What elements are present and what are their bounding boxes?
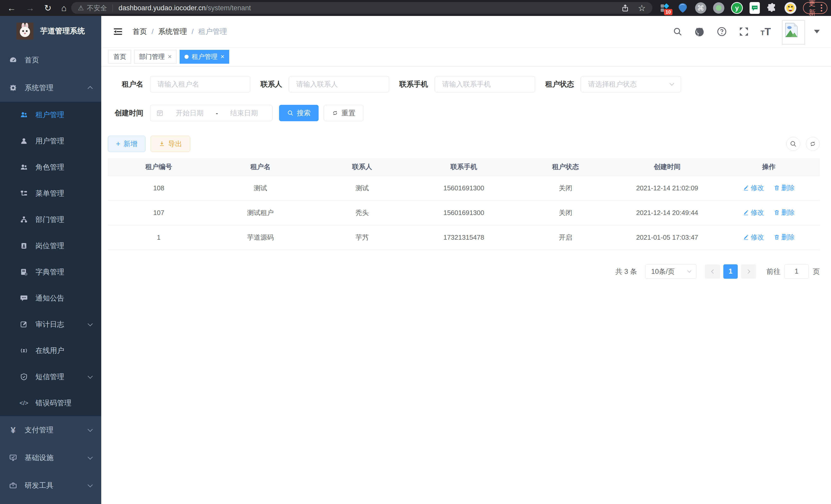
filter-label: 联系人 [261,79,282,89]
page-size-value: 10条/页 [651,267,675,276]
search-icon [790,140,797,147]
date-range-picker[interactable]: 开始日期 - 结束日期 [150,105,273,121]
sidebar-item-system[interactable]: 系统管理 [0,74,101,102]
tab-label: 部门管理 [139,52,165,61]
filter-row-2: 创建时间 开始日期 - 结束日期 搜索 重置 [108,105,820,121]
sidebar-item-error-code[interactable]: </> 错误码管理 [0,390,101,416]
back-icon[interactable]: ← [7,4,16,12]
bookmark-star-icon[interactable]: ☆ [638,4,646,12]
prev-page-button[interactable] [705,264,720,279]
filter-label: 租户名 [108,79,143,89]
sidebar-item-sms[interactable]: 短信管理 [0,364,101,390]
delete-button[interactable]: 删除 [774,183,795,192]
browser-update-button[interactable]: 更新 [803,2,827,14]
system-submenu: 租户管理 用户管理 角色管理 菜单管理 部门管理 岗位管理 [0,102,101,416]
briefcase-icon [9,481,18,490]
table-tools [786,137,820,151]
breadcrumb-home[interactable]: 首页 [133,27,147,36]
tab-dept[interactable]: 部门管理× [134,50,176,64]
breadcrumb-system[interactable]: 系统管理 [158,27,187,36]
sidebar-item-label: 基础设施 [25,453,53,463]
extension-badge: 10 [664,9,672,15]
sidebar-item-label: 系统管理 [25,83,53,93]
url-text[interactable]: dashboard.yudao.iocoder.cn/system/tenant [118,4,621,12]
tab-tenant[interactable]: 租户管理× [180,50,229,64]
delete-button[interactable]: 删除 [774,233,795,242]
delete-button[interactable]: 删除 [774,208,795,217]
col-created: 创建时间 [617,158,718,176]
add-button[interactable]: + 新增 [108,136,145,152]
cell-actions: 修改 删除 [718,225,820,250]
mobile-input[interactable] [435,76,535,92]
cell-created: 2021-12-14 20:49:44 [617,200,718,225]
address-bar[interactable]: ⚠ 不安全 dashboard.yudao.iocoder.cn/system/… [71,2,652,14]
pinned-extension-icon[interactable]: 10 [659,2,670,13]
dot-extension-icon[interactable] [713,2,724,13]
status-select[interactable]: 请选择租户状态 [581,76,681,92]
command-extension-icon[interactable]: ⌘ [695,2,706,13]
share-icon[interactable] [621,4,629,12]
screen: ← → ↻ ⌂ ⚠ 不安全 dashboard.yudao.iocoder.cn… [0,0,831,504]
header-search-icon[interactable] [673,27,683,36]
security-label[interactable]: 不安全 [87,4,107,12]
gear-icon [9,84,18,92]
close-icon[interactable]: × [221,53,224,61]
sidebar-item-role[interactable]: 角色管理 [0,154,101,180]
search-label: 搜索 [297,109,311,118]
col-tenant-name: 租户名 [210,158,311,176]
col-status: 租户状态 [515,158,617,176]
edit-button[interactable]: 修改 [743,233,764,242]
close-icon[interactable]: × [168,53,172,61]
sidebar-fold-icon[interactable] [113,27,123,36]
sidebar-item-tenant[interactable]: 租户管理 [0,102,101,128]
contact-input[interactable] [289,76,389,92]
sidebar-item-menu[interactable]: 菜单管理 [0,180,101,207]
chevron-up-icon [88,86,93,91]
sidebar-item-notice[interactable]: 通知公告 [0,285,101,312]
refresh-table-button[interactable] [806,137,820,151]
emoji-profile-icon[interactable] [784,2,796,14]
chat-extension-icon[interactable] [749,2,760,14]
help-icon[interactable] [716,26,727,37]
reset-button[interactable]: 重置 [324,105,363,121]
home-icon[interactable]: ⌂ [61,4,67,12]
sidebar-item-label: 错误码管理 [35,398,71,408]
sidebar-item-home[interactable]: 首页 [0,46,101,74]
fullscreen-icon[interactable] [739,26,749,37]
export-button[interactable]: 导出 [150,136,190,152]
sidebar-item-pay[interactable]: ¥ 支付管理 [0,416,101,444]
sidebar-item-label: 研发工具 [25,481,53,491]
tab-home[interactable]: 首页 [109,50,131,64]
show-search-button[interactable] [786,137,800,151]
sidebar-item-online-user[interactable]: 在线用户 [0,337,101,364]
edit-button[interactable]: 修改 [743,183,764,192]
goto-page-input[interactable] [784,264,809,279]
font-size-icon[interactable]: TT [761,26,771,37]
page-size-select[interactable]: 10条/页 [645,264,697,279]
next-page-button[interactable] [741,264,756,279]
sidebar-item-dict[interactable]: 字典管理 [0,259,101,285]
y-extension-icon[interactable]: y [731,2,743,14]
sidebar-item-dept[interactable]: 部门管理 [0,207,101,233]
sidebar-item-infra[interactable]: 基础设施 [0,444,101,472]
balloon-extension-icon[interactable] [677,2,688,13]
avatar[interactable] [782,20,805,45]
search-button[interactable]: 搜索 [279,105,319,121]
logo-row[interactable]: 芋道管理系统 [0,16,101,46]
browser-menu-icon[interactable] [821,4,822,11]
sidebar-item-devtools[interactable]: 研发工具 [0,472,101,499]
github-icon[interactable] [694,26,705,37]
reload-icon[interactable]: ↻ [44,4,52,12]
tenant-name-input[interactable] [150,76,250,92]
edit-button[interactable]: 修改 [743,208,764,217]
avatar-dropdown-caret[interactable] [814,30,820,33]
sidebar-item-audit-log[interactable]: 审计日志 [0,312,101,337]
puzzle-extensions-icon[interactable] [767,2,778,13]
forward-icon[interactable]: → [26,4,34,12]
pen-icon [743,185,749,191]
total-count: 共 3 条 [615,267,637,276]
sidebar-item-post[interactable]: 岗位管理 [0,233,101,259]
page-number-1[interactable]: 1 [723,264,738,279]
filter-row-1: 租户名 联系人 联系手机 租户状态 请选择租户状态 [108,76,820,92]
sidebar-item-user[interactable]: 用户管理 [0,128,101,154]
